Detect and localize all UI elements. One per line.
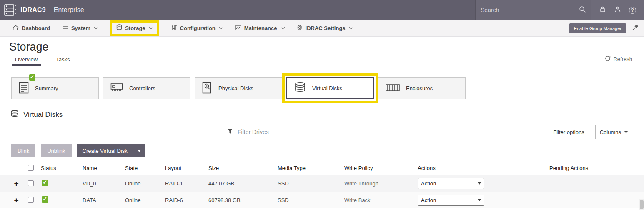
server-icon — [63, 25, 68, 32]
section-title-label: Virtual Disks — [23, 111, 63, 119]
cell-media-type: SSD — [278, 180, 344, 187]
chevron-down-icon — [94, 25, 98, 30]
nav-item-dashboard[interactable]: Dashboard — [13, 25, 50, 32]
blink-button[interactable]: Blink — [11, 144, 35, 157]
brand-edition: Enterprise — [54, 6, 84, 14]
cell-write-policy: Write Back — [344, 197, 418, 203]
virtual-disks-icon — [294, 82, 306, 95]
expand-row-button[interactable]: + — [10, 180, 23, 187]
card-virtual-disks[interactable]: Virtual Disks — [286, 77, 374, 99]
sliders-icon — [171, 25, 177, 32]
nav-item-idrac-settings[interactable]: iDRAC Settings — [297, 25, 353, 32]
table-row: + VD_0 Online RAID-1 447.07 GB SSD Write… — [0, 175, 644, 192]
nav-label: System — [71, 25, 90, 31]
user-icon[interactable] — [614, 6, 621, 14]
home-icon — [13, 25, 19, 32]
cell-state: Online — [125, 197, 165, 203]
create-virtual-disk-label: Create Virtual Disk — [77, 148, 133, 154]
create-virtual-disk-button[interactable]: Create Virtual Disk — [77, 144, 145, 157]
columns-label: Columns — [600, 129, 621, 135]
section-title: Virtual Disks — [10, 110, 644, 119]
col-header-size: Size — [208, 165, 278, 171]
card-enclosures[interactable]: Enclosures — [378, 77, 466, 99]
controllers-icon — [110, 82, 123, 94]
nav-item-storage[interactable]: Storage — [116, 24, 152, 32]
card-label: Physical Disks — [218, 85, 253, 91]
filter-options-link[interactable]: Filter options — [553, 129, 584, 135]
action-select-wrap: Action — [418, 195, 484, 206]
row-checkbox[interactable] — [28, 197, 34, 203]
refresh-label: Refresh — [613, 56, 632, 62]
nav-label: Storage — [125, 25, 145, 31]
select-all-checkbox[interactable] — [28, 165, 34, 171]
lock-icon[interactable] — [599, 6, 606, 14]
top-header-bar: iDRAC9 Enterprise ? — [0, 0, 644, 20]
col-header-actions: Actions — [418, 165, 549, 171]
card-summary[interactable]: Summary — [11, 77, 99, 99]
cell-size: 447.07 GB — [208, 180, 278, 187]
tab-tasks[interactable]: Tasks — [53, 54, 73, 66]
card-label: Controllers — [129, 85, 155, 91]
action-select-wrap: Action — [418, 178, 484, 189]
refresh-button[interactable]: Refresh — [605, 56, 632, 66]
card-physical-disks[interactable]: Physical Disks — [195, 77, 282, 99]
nav-label: Dashboard — [22, 25, 50, 31]
col-header-name: Name — [83, 165, 125, 171]
columns-dropdown-button[interactable]: Columns — [595, 125, 632, 139]
col-header-status: Status — [41, 165, 83, 171]
status-ok-icon — [42, 196, 48, 203]
pin-icon[interactable] — [632, 25, 638, 32]
cell-write-policy: Write Through — [344, 180, 418, 187]
caret-area[interactable] — [133, 150, 145, 152]
card-label: Enclosures — [406, 85, 433, 91]
physical-disks-icon — [202, 82, 212, 95]
cell-layout: RAID-6 — [165, 197, 208, 203]
enclosures-icon — [386, 84, 400, 92]
vd-toolbar: Blink Unblink Create Virtual Disk — [11, 144, 644, 157]
chevron-down-icon — [281, 25, 285, 30]
nav-label: iDRAC Settings — [306, 25, 346, 31]
chevron-down-icon — [349, 25, 353, 30]
storage-cards-row: Summary Controllers Physical Disks — [0, 66, 644, 99]
search-area — [475, 0, 591, 20]
refresh-icon — [605, 56, 611, 63]
expand-row-button[interactable]: + — [10, 196, 23, 204]
nav-item-configuration[interactable]: Configuration — [171, 25, 223, 32]
unblink-button[interactable]: Unblink — [41, 144, 71, 157]
cell-name: VD_0 — [83, 180, 125, 187]
filter-drives-input[interactable] — [238, 129, 549, 135]
nav-right-group: Enable Group Manager — [569, 23, 638, 33]
nav-item-system[interactable]: System — [63, 25, 98, 32]
virtual-disks-icon — [10, 110, 19, 120]
cell-name: DATA — [83, 197, 125, 203]
nav-item-maintenance[interactable]: Maintenance — [235, 25, 284, 32]
caret-down-icon — [138, 150, 141, 152]
search-icon[interactable] — [579, 6, 586, 15]
card-controllers[interactable]: Controllers — [103, 77, 190, 99]
action-select[interactable]: Action — [418, 195, 484, 206]
col-header-pending-actions: Pending Actions — [549, 165, 644, 171]
cell-layout: RAID-1 — [165, 180, 208, 187]
search-input[interactable] — [481, 7, 576, 13]
col-header-write-policy: Write Policy — [344, 165, 418, 171]
table-row: + DATA Online RAID-6 60798.38 GB SSD Wri… — [0, 192, 644, 208]
storage-icon — [116, 24, 122, 32]
page-title: Storage — [9, 40, 644, 53]
nav-label: Maintenance — [244, 25, 277, 31]
tabs-row: Overview Tasks Refresh — [0, 53, 644, 66]
scrollbar-thumb[interactable] — [640, 200, 644, 209]
cell-size: 60798.38 GB — [208, 197, 278, 203]
help-icon[interactable]: ? — [629, 7, 636, 14]
col-header-layout: Layout — [165, 165, 208, 171]
card-label: Virtual Disks — [312, 85, 342, 91]
top-icon-group: ? — [591, 0, 644, 20]
enable-group-manager-button[interactable]: Enable Group Manager — [569, 23, 626, 33]
nav-label: Configuration — [180, 25, 216, 31]
main-navbar: Dashboard System Storage — [0, 20, 644, 37]
card-label: Summary — [35, 85, 58, 91]
row-checkbox[interactable] — [28, 180, 34, 186]
action-select[interactable]: Action — [418, 178, 484, 189]
col-header-media-type: Media Type — [278, 165, 344, 171]
table-header-row: Status Name State Layout Size Media Type… — [0, 161, 644, 175]
tab-overview[interactable]: Overview — [12, 54, 41, 66]
